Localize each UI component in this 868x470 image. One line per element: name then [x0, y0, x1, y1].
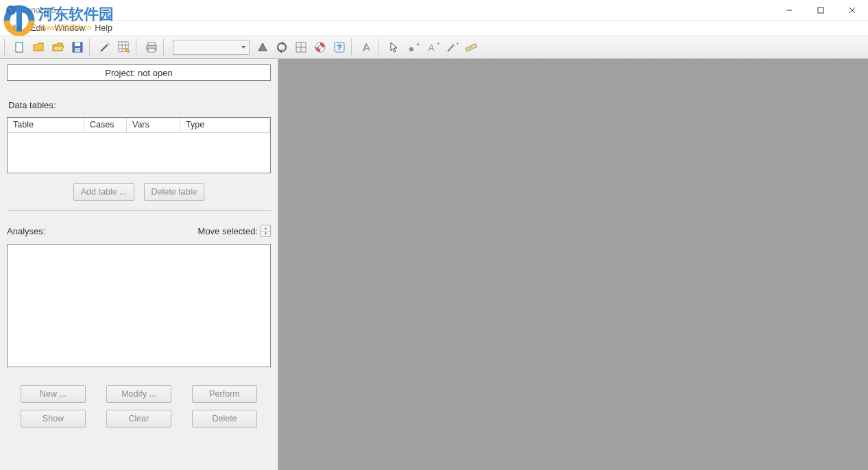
modify-analysis-button[interactable]: Modify ...: [106, 385, 171, 403]
toolbar-separator: [351, 38, 355, 56]
text-tool-button[interactable]: A: [358, 38, 376, 56]
svg-rect-7: [75, 42, 80, 46]
svg-point-23: [318, 45, 322, 49]
clear-analysis-button[interactable]: Clear: [106, 410, 171, 428]
print-button[interactable]: [143, 38, 160, 56]
svg-rect-18: [148, 49, 155, 52]
perform-analysis-button[interactable]: Perform: [192, 385, 257, 403]
menu-file[interactable]: File: [7, 23, 21, 33]
toolbar-separator: [136, 38, 140, 56]
wand-button[interactable]: [96, 38, 114, 56]
column-header-table[interactable]: Table: [8, 118, 84, 133]
left-panel: Project: not open Data tables: Table Cas…: [0, 59, 278, 470]
analyses-list[interactable]: [7, 244, 271, 367]
add-point-button[interactable]: +: [405, 38, 422, 56]
svg-rect-2: [818, 8, 823, 13]
main-area: Project: not open Data tables: Table Cas…: [0, 59, 868, 470]
menu-edit[interactable]: Edit: [30, 23, 45, 33]
menu-help[interactable]: Help: [95, 23, 112, 33]
svg-line-9: [101, 45, 108, 51]
toolbar-separator: [89, 38, 93, 56]
analyses-label: Analyses:: [7, 226, 45, 236]
delete-table-button[interactable]: Delete table: [144, 183, 205, 201]
add-text-button[interactable]: A+: [424, 38, 442, 56]
svg-text:?: ?: [337, 43, 342, 51]
data-tables-grid[interactable]: Table Cases Vars Type: [7, 117, 271, 173]
grid-button[interactable]: [292, 38, 310, 56]
new-analysis-button[interactable]: New ...: [21, 385, 86, 403]
svg-rect-8: [75, 48, 80, 52]
new-project-button[interactable]: [11, 38, 29, 56]
column-header-cases[interactable]: Cases: [84, 118, 127, 133]
menu-window[interactable]: Window: [55, 23, 85, 33]
add-table-button[interactable]: Add table ...: [73, 183, 134, 201]
workspace-area: [278, 59, 868, 470]
add-line-button[interactable]: +: [443, 38, 461, 56]
show-analysis-button[interactable]: Show: [21, 410, 86, 428]
toolbar-separator: [378, 38, 383, 56]
svg-text:A: A: [429, 42, 435, 53]
pointer-tool-button[interactable]: [385, 38, 403, 56]
open-folder-button[interactable]: [49, 38, 67, 56]
lifebuoy-button[interactable]: [311, 38, 329, 56]
toolbar-separator: [4, 38, 8, 56]
project-status: Project: not open: [7, 64, 271, 81]
svg-rect-34: [466, 44, 477, 51]
svg-point-28: [409, 47, 413, 51]
spinner-up-icon[interactable]: ▲: [261, 225, 270, 232]
triangle-tool-button[interactable]: [254, 38, 272, 56]
window-title: Canoco 5: [21, 5, 56, 15]
app-icon: [5, 5, 16, 16]
data-tables-label: Data tables:: [8, 100, 271, 110]
toolbar-separator: [163, 38, 167, 56]
menubar: File Edit Window Help: [0, 21, 868, 36]
move-selected-spinner[interactable]: ▲ ▼: [261, 225, 271, 237]
help-button[interactable]: ?: [330, 38, 348, 56]
minimize-button[interactable]: [773, 0, 805, 21]
svg-text:+: +: [456, 40, 459, 47]
grid-edit-button[interactable]: [115, 38, 133, 56]
column-header-type[interactable]: Type: [180, 118, 270, 133]
toolbar: ? A + A+ +: [0, 36, 868, 59]
toolbar-combo[interactable]: [173, 40, 250, 55]
close-button[interactable]: [836, 0, 868, 21]
save-button[interactable]: [69, 38, 86, 56]
column-header-vars[interactable]: Vars: [127, 118, 180, 133]
svg-line-32: [448, 45, 454, 51]
svg-text:+: +: [416, 40, 420, 48]
divider: [7, 210, 271, 211]
delete-analysis-button[interactable]: Delete: [192, 410, 257, 428]
refresh-button[interactable]: [273, 38, 291, 56]
ruler-button[interactable]: [462, 38, 480, 56]
svg-rect-16: [148, 42, 155, 45]
svg-text:+: +: [437, 40, 439, 47]
move-selected-label: Move selected:: [198, 226, 258, 236]
titlebar: Canoco 5: [0, 0, 868, 21]
spinner-down-icon[interactable]: ▼: [261, 232, 270, 237]
open-project-button[interactable]: [30, 38, 48, 56]
maximize-button[interactable]: [805, 0, 836, 21]
